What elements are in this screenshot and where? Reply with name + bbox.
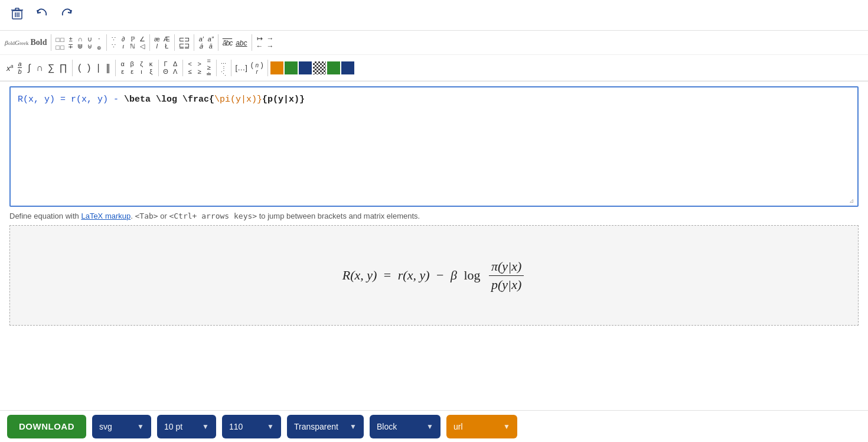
union-sym[interactable]: ∪⊎ — [85, 34, 94, 51]
therefore-sym[interactable]: ∵∵ — [109, 34, 119, 51]
gamma-theta-sym[interactable]: ΓΘ — [161, 59, 171, 76]
rparen-sym[interactable]: ) — [84, 62, 94, 74]
dots-sym[interactable]: …⋮⋱ — [219, 57, 229, 79]
url-label: url — [453, 422, 463, 431]
divider-1 — [51, 34, 51, 51]
undo-button[interactable] — [32, 5, 52, 25]
eq-log: log — [461, 268, 484, 283]
size-chevron-icon: ▼ — [202, 422, 209, 431]
display-chevron-icon: ▼ — [426, 422, 433, 431]
bold-label: Bold — [30, 38, 47, 47]
divider-6 — [218, 34, 218, 51]
matrix-2x2-empty[interactable]: □□ □□ — [54, 34, 66, 52]
binomial-sym[interactable]: ( nr ) — [249, 59, 265, 76]
mapsto-sym[interactable]: ↦← — [254, 34, 265, 51]
cap-cup-sym[interactable]: ∩⋓ — [76, 34, 85, 51]
pm-sym[interactable]: ±∓ — [66, 34, 76, 51]
delete-button[interactable] — [7, 5, 27, 25]
eq-minus: − — [433, 268, 447, 283]
eq-rhs-part1: r(x, y) — [398, 268, 430, 283]
equation-preview: R(x, y) = r(x, y) − β log π(y|x) p(y|x) — [9, 225, 859, 326]
fraction-sym[interactable]: a b — [15, 60, 25, 76]
editor-text-bold: \beta \log \frac — [124, 95, 209, 105]
download-button[interactable]: DOWNLOAD — [7, 415, 86, 438]
color-blue2[interactable] — [341, 61, 354, 74]
symbol-row-2: xa a b ∫ ∩ ∑ ∏ ( ) | ‖ — [0, 55, 868, 81]
equation-editor[interactable]: R(x, y) = r(x, y) - \beta \log \frac{\pi… — [11, 87, 857, 206]
color-pattern[interactable] — [313, 61, 326, 74]
dot-sym[interactable]: ·⊕ — [94, 32, 104, 53]
bold-greek-label: βoldGreek — [5, 39, 28, 46]
redo-button[interactable] — [57, 5, 77, 25]
color-green2[interactable] — [327, 61, 340, 74]
tilde-abc-sym[interactable]: ãbc — [221, 37, 234, 48]
integral-sym[interactable]: ∫ — [25, 62, 34, 74]
ae-sym[interactable]: æl — [152, 34, 162, 51]
hint-before: Define equation with — [9, 212, 81, 220]
square-subset-sym[interactable]: ⊏⊐⊑⊒ — [177, 35, 191, 50]
zoom-chevron-icon: ▼ — [267, 422, 274, 431]
format-label: svg — [99, 422, 112, 431]
color-blue[interactable] — [299, 61, 312, 74]
sum-sym[interactable]: ∑ — [45, 62, 57, 74]
top-action-toolbar — [0, 0, 868, 31]
divider-r2-1 — [72, 60, 73, 76]
format-chevron-icon: ▼ — [137, 422, 144, 431]
size-label: 10 pt — [164, 422, 182, 431]
bar-sym[interactable]: | — [94, 62, 103, 74]
zeta-iota-sym[interactable]: ζι — [137, 59, 146, 76]
format-select[interactable]: svg ▼ — [92, 415, 151, 438]
editor-text-blue1: R(x, y) = r(x, y) - — [18, 95, 124, 105]
delta-lambda-sym[interactable]: ΔΛ — [171, 59, 180, 76]
prime-sym[interactable]: a′ȧ — [197, 34, 206, 51]
bigcap-sym[interactable]: ∩ — [34, 62, 46, 74]
hint-text: Define equation with LaTeX markup. <Tab>… — [9, 212, 859, 220]
eq-sym[interactable]: =≥≐ — [204, 57, 214, 79]
prod-sym[interactable]: ∏ — [57, 62, 69, 74]
rightarrow-sym[interactable]: →→ — [265, 34, 276, 51]
partial-sym[interactable]: ∂ι — [119, 34, 128, 51]
gt-geq-sym[interactable]: >≥ — [195, 59, 204, 76]
divider-3 — [149, 34, 150, 51]
underline-abc-sym[interactable]: abc — [234, 37, 249, 48]
eq-lhs: R(x, y) — [342, 268, 377, 283]
latex-markup-link[interactable]: LaTeX markup — [81, 212, 130, 220]
zoom-label: 110 — [229, 422, 243, 431]
divider-r2-6 — [231, 60, 231, 76]
beta-varepsilon-sym[interactable]: βε — [128, 59, 137, 76]
editor-brace2: {p(y|x)} — [262, 95, 305, 105]
color-green[interactable] — [285, 61, 298, 74]
resize-handle[interactable]: ⊿ — [849, 197, 856, 204]
display-label: Block — [377, 422, 397, 431]
editor-pi-text: \pi(y|x)} — [214, 95, 262, 105]
divider-r2-3 — [158, 60, 159, 76]
kappa-xi-sym[interactable]: κξ — [146, 59, 156, 76]
double-prime-sym[interactable]: a″ä — [206, 34, 216, 51]
divider-r2-7 — [267, 60, 268, 76]
divider-r2-4 — [182, 60, 183, 76]
rendered-equation: R(x, y) = r(x, y) − β log π(y|x) p(y|x) — [342, 259, 526, 292]
alpha-epsilon-sym[interactable]: αε — [118, 59, 128, 76]
eq-beta: β — [451, 268, 457, 283]
url-select[interactable]: url ▼ — [446, 415, 517, 438]
superscript-sym[interactable]: xa — [5, 61, 15, 73]
equation-editor-wrapper: R(x, y) = r(x, y) - \beta \log \frac{\pi… — [9, 86, 859, 207]
angle-sym[interactable]: ∠◁ — [138, 34, 147, 51]
hint-after: . <Tab> or <Ctrl+ arrows keys> to jump b… — [130, 212, 420, 220]
zoom-select[interactable]: 110 ▼ — [222, 415, 281, 438]
bg-select[interactable]: Transparent ▼ — [287, 415, 364, 438]
size-select[interactable]: 10 pt ▼ — [157, 415, 216, 438]
bg-label: Transparent — [294, 422, 338, 431]
dbar-sym[interactable]: ‖ — [103, 61, 113, 74]
pn-sym[interactable]: ℙℕ — [128, 34, 138, 51]
matrix-bracket-sym[interactable]: […] — [234, 62, 249, 73]
lparen-sym[interactable]: ( — [75, 62, 84, 74]
display-select[interactable]: Block ▼ — [370, 415, 440, 438]
bg-chevron-icon: ▼ — [350, 422, 357, 431]
divider-r2-2 — [115, 60, 116, 76]
symbol-toolbars: βoldGreek Bold □□ □□ ±∓ ∩⋓ — [0, 31, 868, 82]
color-orange[interactable] — [270, 61, 283, 74]
AE-sym[interactable]: ÆŁ — [162, 34, 172, 51]
divider-r2-5 — [216, 60, 217, 76]
lt-leq-sym[interactable]: <≤ — [185, 59, 195, 76]
